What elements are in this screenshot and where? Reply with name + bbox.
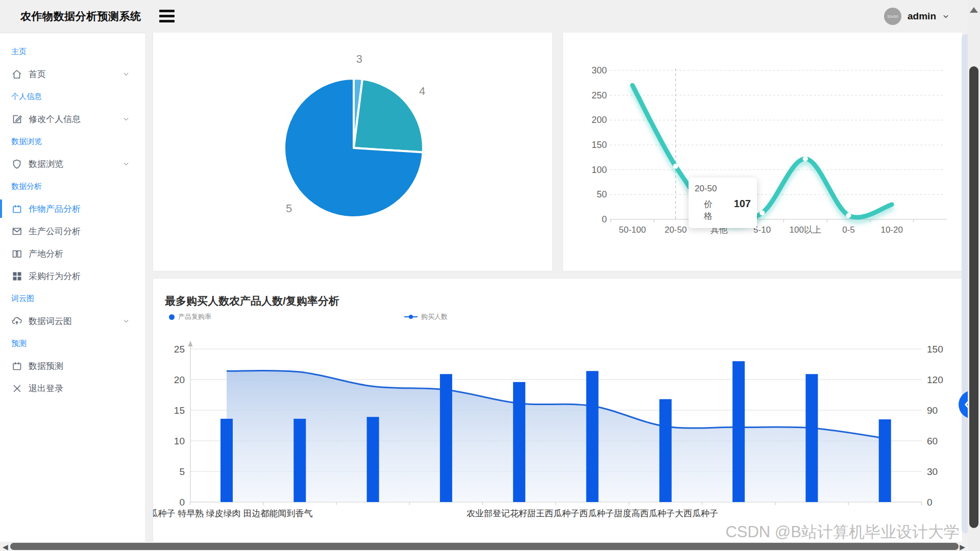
horizontal-scrollbar[interactable]: ◀ ▶ [0,542,968,551]
avatar: 50x50 [884,8,901,25]
csdn-watermark: CSDN @B站计算机毕业设计大学 [725,521,960,543]
sidebar-item-数据预测[interactable]: 数据预测 [0,355,145,377]
svg-text:10-20: 10-20 [880,225,902,235]
svg-text:120: 120 [927,374,943,385]
book-icon [11,248,22,259]
sidebar-item-退出登录[interactable]: 退出登录 [0,377,145,399]
user-menu[interactable]: 50x50 admin [884,6,949,27]
vertical-scrollbar[interactable] [968,0,980,551]
sidebar-section-heading: 主页 [0,40,145,63]
chevron-down-icon [122,115,130,122]
price-line-chart-card: 05010015020025030050-10020-50其他5-10100以上… [562,33,963,271]
svg-text:100以上: 100以上 [790,225,821,235]
svg-text:0: 0 [179,497,185,508]
tooltip-value: 107 [734,198,751,210]
pie-label: 5 [286,202,292,215]
grid-icon [11,270,22,282]
sidebar-item-作物产品分析[interactable]: 作物产品分析 [0,197,145,220]
svg-text:5: 5 [179,466,185,477]
sidebar-item-生产公司分析[interactable]: 生产公司分析 [0,220,145,242]
pie-slice-4 [354,79,423,152]
repurchase-bar [220,419,233,502]
sidebar-section-heading: 预测 [0,332,145,355]
svg-text:150: 150 [592,140,607,150]
svg-text:50-100: 50-100 [619,225,646,235]
sidebar-item-修改个人信息[interactable]: 修改个人信息 [0,108,145,130]
data-point [673,164,678,169]
svg-text:200: 200 [592,115,607,125]
mail-icon [11,226,22,237]
x-axis-label: 甜瓜种子 特早熟 绿皮绿肉 田边都能闻到香气 [153,509,313,518]
rating-pie-chart[interactable]: 345 [153,33,553,271]
sidebar-item-label: 数据预测 [29,360,63,372]
sidebar-item-label: 数据词云图 [29,315,72,327]
repurchase-bar [513,382,525,502]
svg-text:50: 50 [597,189,607,199]
price-line-chart[interactable]: 05010015020025030050-10020-50其他5-10100以上… [563,33,963,271]
sidebar-item-label: 生产公司分析 [29,226,81,237]
purchase-combo-chart[interactable]: 00530106015902012025150甜瓜种子 特早熟 绿皮绿肉 田边都… [153,279,962,543]
home-icon [11,68,22,80]
pie-label: 4 [419,85,425,97]
svg-text:20-50: 20-50 [665,225,687,235]
chevron-down-icon [122,70,130,78]
calendar-icon [11,203,22,214]
chevron-down-icon [942,13,949,20]
vertical-scrollbar-thumb[interactable] [969,66,978,528]
sidebar-item-label: 采购行为分析 [29,270,81,282]
sidebar-section-heading: 词云图 [0,287,145,310]
x-axis-label: 农业部登记花籽甜王西瓜种子西瓜种子甜度高西瓜种子大西瓜种子 [467,509,718,518]
header: 农作物数据分析预测系统 50x50 admin [0,0,980,33]
data-point [803,156,808,161]
svg-text:30: 30 [927,466,938,477]
sidebar-item-采购行为分析[interactable]: 采购行为分析 [0,265,145,287]
horizontal-scrollbar-thumb[interactable] [10,543,959,550]
svg-text:25: 25 [174,344,185,355]
svg-text:0: 0 [927,497,933,508]
repurchase-bar [293,419,306,502]
sidebar-section-heading: 数据分析 [0,175,145,197]
svg-text:150: 150 [927,344,943,355]
chevron-down-icon [122,160,130,167]
sidebar-item-数据词云图[interactable]: 数据词云图 [0,310,145,332]
scroll-left-arrow-icon[interactable]: ◀ [3,543,8,551]
svg-text:100: 100 [592,165,607,175]
sidebar-item-数据浏览[interactable]: 数据浏览 [0,153,145,175]
sidebar-item-首页[interactable]: 首页 [0,63,145,85]
sidebar-section-heading: 数据浏览 [0,130,145,153]
repurchase-bar [732,361,745,502]
svg-text:15: 15 [174,405,185,416]
svg-text:20: 20 [174,374,185,385]
scroll-up-arrow-icon[interactable] [970,7,978,13]
tooltip-series-label: 价格 [704,198,721,222]
sidebar-item-label: 修改个人信息 [29,113,81,125]
sidebar-item-label: 数据浏览 [29,158,63,170]
repurchase-bar [440,374,452,502]
close-icon [11,383,22,394]
repurchase-bar [879,419,891,502]
tooltip-category: 20-50 [695,184,751,194]
chart-tooltip: 20-50 价格 107 [689,178,757,228]
sidebar-item-label: 作物产品分析 [29,203,81,215]
svg-text:90: 90 [927,405,938,416]
data-point [760,210,765,215]
pie-label: 3 [356,53,362,65]
sidebar-item-label: 退出登录 [29,383,63,394]
repurchase-bar [805,374,818,502]
edit-icon [11,113,22,124]
scroll-right-arrow-icon[interactable]: ▶ [960,543,965,551]
hamburger-menu-icon[interactable] [159,10,175,23]
sidebar-section-heading: 个人信息 [0,85,145,108]
repurchase-bar [586,371,599,502]
purchase-analysis-card: 最多购买人数农产品人数/复购率分析 产品复购率 购买人数 00530106015… [153,278,963,543]
svg-text:60: 60 [927,436,938,446]
sidebar-item-label: 产地分析 [29,248,63,260]
cloud-icon [11,315,22,327]
svg-text:300: 300 [592,65,607,76]
sidebar-item-label: 首页 [29,68,46,80]
calendar-icon [11,360,22,371]
sidebar-item-产地分析[interactable]: 产地分析 [0,242,145,265]
app-title: 农作物数据分析预测系统 [20,9,141,23]
repurchase-bar [367,417,379,502]
svg-text:0: 0 [602,214,607,224]
